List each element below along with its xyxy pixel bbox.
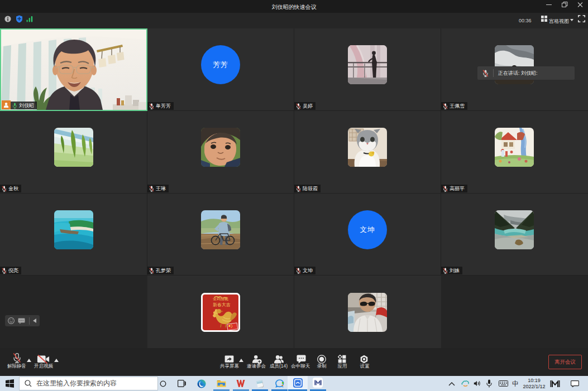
svg-text:新春大吉: 新春大吉 [213,302,231,307]
svg-text:金鸡报晓: 金鸡报晓 [213,297,228,301]
